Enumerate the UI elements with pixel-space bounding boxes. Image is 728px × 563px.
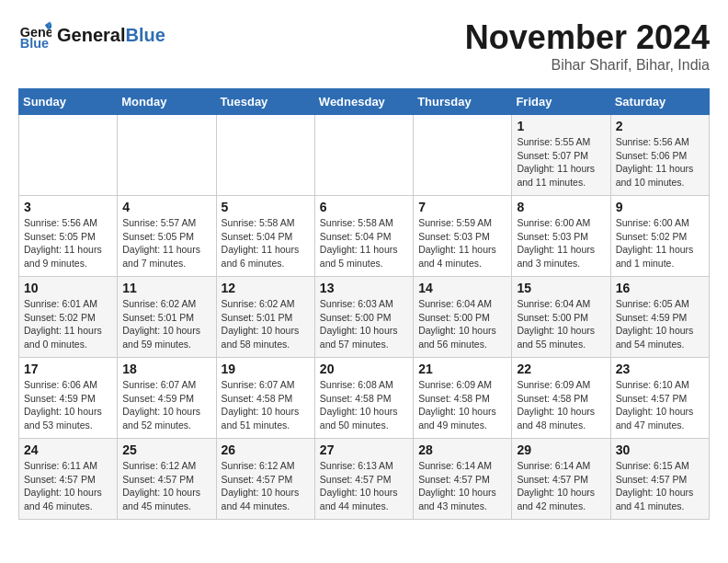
day-number: 23 bbox=[616, 362, 704, 376]
day-detail: Sunrise: 6:09 AM Sunset: 4:58 PM Dayligh… bbox=[418, 378, 506, 432]
day-detail: Sunrise: 5:58 AM Sunset: 5:04 PM Dayligh… bbox=[320, 216, 408, 270]
calendar-cell: 6Sunrise: 5:58 AM Sunset: 5:04 PM Daylig… bbox=[314, 196, 413, 277]
calendar-cell: 29Sunrise: 6:14 AM Sunset: 4:57 PM Dayli… bbox=[512, 439, 610, 520]
day-detail: Sunrise: 6:06 AM Sunset: 4:59 PM Dayligh… bbox=[24, 378, 112, 432]
logo-icon: General Blue bbox=[18, 18, 51, 52]
logo-line1: GeneralBlue bbox=[57, 25, 165, 45]
calendar-cell: 9Sunrise: 6:00 AM Sunset: 5:02 PM Daylig… bbox=[610, 196, 709, 277]
weekday-header-row: SundayMondayTuesdayWednesdayThursdayFrid… bbox=[19, 89, 710, 115]
day-detail: Sunrise: 6:03 AM Sunset: 5:00 PM Dayligh… bbox=[320, 297, 408, 351]
day-detail: Sunrise: 5:56 AM Sunset: 5:05 PM Dayligh… bbox=[24, 216, 112, 270]
calendar-cell: 15Sunrise: 6:04 AM Sunset: 5:00 PM Dayli… bbox=[512, 277, 610, 358]
day-number: 6 bbox=[320, 200, 408, 214]
month-title: November 2024 bbox=[465, 18, 710, 57]
logo-text-block: GeneralBlue bbox=[57, 25, 165, 45]
day-number: 27 bbox=[320, 442, 408, 457]
calendar-cell bbox=[314, 115, 413, 196]
day-number: 24 bbox=[24, 442, 112, 457]
calendar-cell: 8Sunrise: 6:00 AM Sunset: 5:03 PM Daylig… bbox=[512, 196, 610, 277]
calendar-cell bbox=[19, 115, 118, 196]
day-detail: Sunrise: 6:01 AM Sunset: 5:02 PM Dayligh… bbox=[24, 297, 112, 351]
day-detail: Sunrise: 6:04 AM Sunset: 5:00 PM Dayligh… bbox=[418, 297, 506, 351]
weekday-header-sunday: Sunday bbox=[19, 89, 118, 115]
day-detail: Sunrise: 6:09 AM Sunset: 4:58 PM Dayligh… bbox=[517, 378, 605, 432]
day-number: 29 bbox=[517, 442, 605, 457]
day-detail: Sunrise: 6:10 AM Sunset: 4:57 PM Dayligh… bbox=[616, 378, 704, 432]
day-detail: Sunrise: 6:12 AM Sunset: 4:57 PM Dayligh… bbox=[222, 459, 310, 513]
day-detail: Sunrise: 6:00 AM Sunset: 5:03 PM Dayligh… bbox=[517, 216, 605, 270]
calendar-cell: 7Sunrise: 5:59 AM Sunset: 5:03 PM Daylig… bbox=[414, 196, 512, 277]
day-detail: Sunrise: 5:55 AM Sunset: 5:07 PM Dayligh… bbox=[517, 135, 605, 190]
day-number: 13 bbox=[320, 281, 408, 295]
svg-text:Blue: Blue bbox=[20, 36, 49, 51]
day-detail: Sunrise: 6:07 AM Sunset: 4:59 PM Dayligh… bbox=[122, 378, 210, 432]
logo: General Blue GeneralBlue bbox=[18, 18, 165, 52]
calendar-cell: 4Sunrise: 5:57 AM Sunset: 5:05 PM Daylig… bbox=[118, 196, 216, 277]
day-detail: Sunrise: 6:08 AM Sunset: 4:58 PM Dayligh… bbox=[320, 378, 408, 432]
calendar-cell: 1Sunrise: 5:55 AM Sunset: 5:07 PM Daylig… bbox=[512, 115, 610, 196]
calendar-cell: 16Sunrise: 6:05 AM Sunset: 4:59 PM Dayli… bbox=[610, 277, 709, 358]
day-detail: Sunrise: 5:59 AM Sunset: 5:03 PM Dayligh… bbox=[418, 216, 506, 270]
calendar-cell: 18Sunrise: 6:07 AM Sunset: 4:59 PM Dayli… bbox=[118, 358, 216, 439]
calendar-cell: 10Sunrise: 6:01 AM Sunset: 5:02 PM Dayli… bbox=[19, 277, 118, 358]
calendar-cell: 25Sunrise: 6:12 AM Sunset: 4:57 PM Dayli… bbox=[118, 439, 216, 520]
weekday-header-saturday: Saturday bbox=[610, 89, 709, 115]
calendar-cell: 22Sunrise: 6:09 AM Sunset: 4:58 PM Dayli… bbox=[512, 358, 610, 439]
calendar-week-row: 1Sunrise: 5:55 AM Sunset: 5:07 PM Daylig… bbox=[19, 115, 710, 196]
calendar-cell: 2Sunrise: 5:56 AM Sunset: 5:06 PM Daylig… bbox=[610, 115, 709, 196]
day-detail: Sunrise: 6:14 AM Sunset: 4:57 PM Dayligh… bbox=[517, 459, 605, 513]
calendar-week-row: 3Sunrise: 5:56 AM Sunset: 5:05 PM Daylig… bbox=[19, 196, 710, 277]
day-number: 26 bbox=[222, 442, 310, 457]
day-detail: Sunrise: 6:00 AM Sunset: 5:02 PM Dayligh… bbox=[616, 216, 704, 270]
day-number: 9 bbox=[616, 200, 704, 214]
calendar-cell: 24Sunrise: 6:11 AM Sunset: 4:57 PM Dayli… bbox=[19, 439, 118, 520]
day-detail: Sunrise: 6:02 AM Sunset: 5:01 PM Dayligh… bbox=[122, 297, 210, 351]
day-number: 30 bbox=[616, 442, 704, 457]
calendar-cell: 27Sunrise: 6:13 AM Sunset: 4:57 PM Dayli… bbox=[314, 439, 413, 520]
day-number: 11 bbox=[122, 281, 210, 295]
calendar-week-row: 17Sunrise: 6:06 AM Sunset: 4:59 PM Dayli… bbox=[19, 358, 710, 439]
calendar-cell: 14Sunrise: 6:04 AM Sunset: 5:00 PM Dayli… bbox=[414, 277, 512, 358]
day-detail: Sunrise: 5:56 AM Sunset: 5:06 PM Dayligh… bbox=[616, 135, 704, 190]
page-header: General Blue GeneralBlue November 2024 B… bbox=[18, 18, 710, 74]
calendar-body: 1Sunrise: 5:55 AM Sunset: 5:07 PM Daylig… bbox=[19, 115, 710, 520]
day-number: 12 bbox=[222, 281, 310, 295]
calendar-cell: 19Sunrise: 6:07 AM Sunset: 4:58 PM Dayli… bbox=[216, 358, 314, 439]
day-number: 8 bbox=[517, 200, 605, 214]
day-detail: Sunrise: 6:04 AM Sunset: 5:00 PM Dayligh… bbox=[517, 297, 605, 351]
calendar-cell: 5Sunrise: 5:58 AM Sunset: 5:04 PM Daylig… bbox=[216, 196, 314, 277]
calendar-cell: 21Sunrise: 6:09 AM Sunset: 4:58 PM Dayli… bbox=[414, 358, 512, 439]
day-number: 2 bbox=[616, 119, 704, 133]
day-number: 28 bbox=[418, 442, 506, 457]
day-detail: Sunrise: 6:11 AM Sunset: 4:57 PM Dayligh… bbox=[24, 459, 112, 513]
day-number: 10 bbox=[24, 281, 112, 295]
weekday-header-wednesday: Wednesday bbox=[314, 89, 413, 115]
weekday-header-friday: Friday bbox=[512, 89, 610, 115]
day-number: 19 bbox=[222, 362, 310, 376]
calendar-cell: 20Sunrise: 6:08 AM Sunset: 4:58 PM Dayli… bbox=[314, 358, 413, 439]
calendar-cell: 13Sunrise: 6:03 AM Sunset: 5:00 PM Dayli… bbox=[314, 277, 413, 358]
calendar-cell: 17Sunrise: 6:06 AM Sunset: 4:59 PM Dayli… bbox=[19, 358, 118, 439]
calendar-cell: 30Sunrise: 6:15 AM Sunset: 4:57 PM Dayli… bbox=[610, 439, 709, 520]
day-detail: Sunrise: 6:13 AM Sunset: 4:57 PM Dayligh… bbox=[320, 459, 408, 513]
day-detail: Sunrise: 6:05 AM Sunset: 4:59 PM Dayligh… bbox=[616, 297, 704, 351]
day-number: 22 bbox=[517, 362, 605, 376]
day-detail: Sunrise: 6:15 AM Sunset: 4:57 PM Dayligh… bbox=[616, 459, 704, 513]
day-detail: Sunrise: 6:07 AM Sunset: 4:58 PM Dayligh… bbox=[222, 378, 310, 432]
calendar-cell bbox=[118, 115, 216, 196]
day-number: 4 bbox=[122, 200, 210, 214]
day-detail: Sunrise: 6:02 AM Sunset: 5:01 PM Dayligh… bbox=[222, 297, 310, 351]
day-detail: Sunrise: 6:14 AM Sunset: 4:57 PM Dayligh… bbox=[418, 459, 506, 513]
calendar-week-row: 24Sunrise: 6:11 AM Sunset: 4:57 PM Dayli… bbox=[19, 439, 710, 520]
weekday-header-monday: Monday bbox=[118, 89, 216, 115]
day-number: 16 bbox=[616, 281, 704, 295]
calendar-cell bbox=[216, 115, 314, 196]
calendar-cell: 11Sunrise: 6:02 AM Sunset: 5:01 PM Dayli… bbox=[118, 277, 216, 358]
day-number: 15 bbox=[517, 281, 605, 295]
day-detail: Sunrise: 5:58 AM Sunset: 5:04 PM Dayligh… bbox=[222, 216, 310, 270]
calendar-cell: 23Sunrise: 6:10 AM Sunset: 4:57 PM Dayli… bbox=[610, 358, 709, 439]
day-number: 21 bbox=[418, 362, 506, 376]
day-detail: Sunrise: 5:57 AM Sunset: 5:05 PM Dayligh… bbox=[122, 216, 210, 270]
day-number: 25 bbox=[122, 442, 210, 457]
day-number: 18 bbox=[122, 362, 210, 376]
